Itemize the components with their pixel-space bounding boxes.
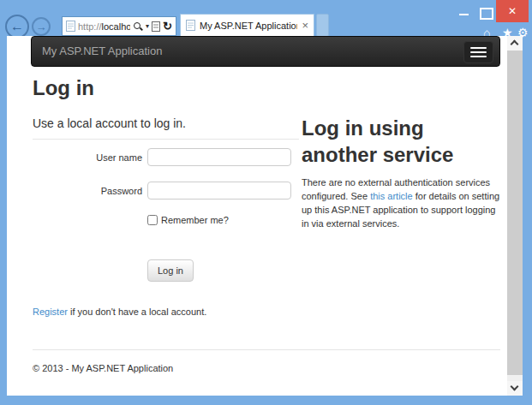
password-input[interactable] [147, 182, 291, 200]
close-button[interactable]: ✕ [496, 0, 529, 22]
url-text[interactable]: http://localhost:637 [78, 21, 130, 32]
navbar-toggle-button[interactable] [463, 41, 493, 63]
tab-close-icon[interactable]: × [302, 20, 308, 31]
refresh-icon[interactable]: ↻ [163, 21, 172, 32]
remember-me-row: Remember me? [147, 215, 229, 225]
new-tab-button[interactable] [316, 14, 329, 37]
footer-copyright: © 2013 - My ASP.NET Application [33, 363, 173, 373]
browser-tab[interactable]: My ASP.NET Application × [180, 14, 314, 37]
divider [33, 139, 299, 140]
page-title: Log in [33, 75, 94, 101]
page-viewport: My ASP.NET Application Log in Use a loca… [7, 36, 523, 396]
scroll-up-button[interactable] [507, 36, 523, 51]
register-row: Register if you don't have a local accou… [33, 307, 206, 317]
username-input[interactable] [147, 148, 291, 166]
browser-window: ← → http://localhost:637 ▾ ↻ My ASP.NET … [0, 0, 532, 405]
footer-divider [33, 349, 500, 350]
back-arrow-icon: ← [10, 19, 24, 34]
search-icon[interactable] [133, 21, 143, 32]
url-protocol: http:// [78, 21, 102, 32]
forward-button[interactable]: → [32, 17, 51, 36]
chevron-up-icon [511, 40, 519, 49]
maximize-button[interactable] [477, 5, 493, 19]
username-label: User name [33, 152, 142, 163]
local-account-heading: Use a local account to log in. [33, 116, 186, 130]
back-button[interactable]: ← [5, 15, 29, 39]
tab-title: My ASP.NET Application [200, 21, 297, 31]
scrollbar-thumb[interactable] [507, 51, 523, 375]
remember-me-checkbox[interactable] [147, 215, 158, 225]
address-bar[interactable]: http://localhost:637 ▾ ↻ [62, 16, 176, 36]
hamburger-icon [470, 47, 487, 49]
url-host: localhost [102, 21, 131, 32]
login-button[interactable]: Log in [147, 259, 194, 282]
tab-page-icon [186, 20, 195, 31]
scroll-down-button[interactable] [507, 381, 523, 396]
chevron-down-icon[interactable]: ▾ [146, 22, 149, 30]
chevron-down-icon [511, 383, 519, 391]
forward-arrow-icon: → [36, 21, 47, 33]
remember-me-label[interactable]: Remember me? [161, 215, 229, 225]
navbar-brand[interactable]: My ASP.NET Application [42, 37, 162, 66]
this-article-link[interactable]: this article [370, 191, 413, 201]
external-login-section: Log in using another service There are n… [302, 115, 501, 231]
register-link[interactable]: Register [33, 307, 68, 317]
password-label: Password [33, 186, 142, 196]
compatibility-view-icon[interactable] [152, 21, 160, 32]
external-login-heading: Log in using another service [302, 115, 501, 168]
navbar: My ASP.NET Application [31, 36, 500, 67]
close-icon: ✕ [508, 5, 517, 17]
external-login-text: There are no external authentication ser… [302, 176, 501, 231]
page-icon [66, 21, 75, 32]
vertical-scrollbar[interactable] [507, 36, 523, 396]
register-suffix: if you don't have a local account. [68, 307, 206, 317]
minimize-button[interactable] [457, 5, 472, 19]
